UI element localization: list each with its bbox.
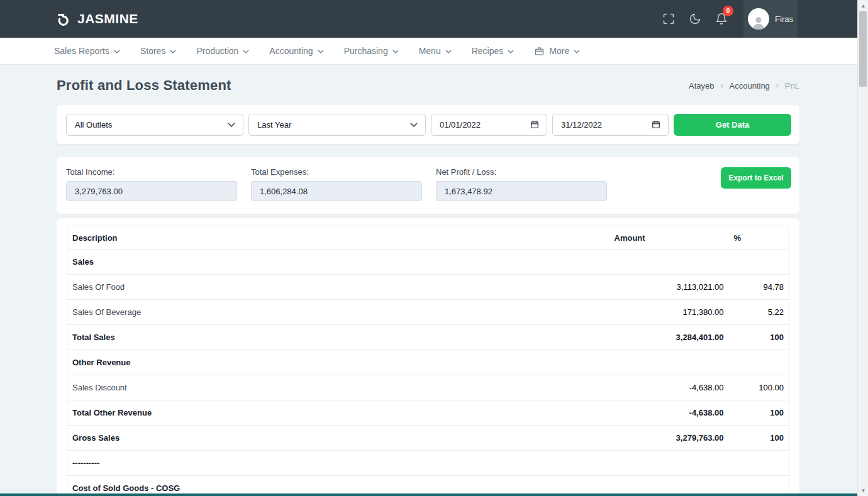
cell-amount: -4,638.00: [609, 400, 729, 426]
fullscreen-icon: [662, 13, 675, 25]
nav-menu-label: Accounting: [269, 46, 313, 56]
scrollbar-up-arrow[interactable]: ▲: [858, 1, 868, 10]
total-expenses-group: Total Expenses: 1,606,284.08: [251, 167, 422, 214]
cell-percent: [729, 250, 789, 275]
chevron-down-icon: [574, 50, 580, 53]
cell-percent: 5.22: [729, 300, 789, 325]
nav-menu-item[interactable]: Sales Reports: [54, 46, 120, 56]
table-row: Sales Discount -4,638.00 100.00: [67, 375, 789, 400]
total-income-label: Total Income:: [66, 167, 237, 177]
top-navbar: JASMINE 0 Firas: [0, 0, 857, 38]
date-to-input[interactable]: 31/12/2022: [552, 114, 669, 136]
pnl-table-card: Description Amount % Sales Sales Of Food…: [57, 218, 799, 496]
col-amount: Amount: [609, 226, 729, 250]
cell-percent: 94.78: [729, 275, 789, 300]
cell-description: Total Sales: [67, 325, 609, 350]
breadcrumb-separator-icon: ›: [721, 81, 723, 90]
date-from-value: 01/01/2022: [440, 120, 481, 130]
nav-menu-item[interactable]: Stores: [140, 46, 176, 56]
scrollbar-thumb[interactable]: [859, 11, 867, 87]
table-row: Other Revenue: [67, 350, 789, 375]
breadcrumb-item: PnL: [785, 81, 799, 91]
page-scrollbar: ▲ ▼: [857, 0, 868, 496]
cell-amount: [609, 350, 729, 375]
cell-amount: -4,638.00: [609, 375, 729, 400]
breadcrumb: Atayeb › Accounting › PnL: [689, 81, 799, 91]
person-icon: [750, 14, 767, 30]
cell-description: Sales: [67, 250, 609, 275]
cell-description: Gross Sales: [67, 426, 609, 451]
nav-menu-item[interactable]: Purchasing: [344, 46, 399, 56]
table-row: ----------: [67, 451, 789, 476]
dark-mode-button[interactable]: [682, 0, 708, 38]
cell-percent: [729, 451, 789, 476]
brand-logo[interactable]: JASMINE: [57, 11, 138, 26]
table-row: Sales Of Food 3,113,021.00 94.78: [67, 275, 789, 300]
outlet-selected-value: All Outlets: [75, 120, 112, 130]
moon-icon: [689, 13, 701, 25]
cell-description: Other Revenue: [67, 350, 609, 375]
period-select[interactable]: Last Year: [248, 114, 426, 136]
page-title: Profit and Loss Statement: [57, 77, 231, 94]
menu-items: Sales Reports Stores Production Accounti…: [54, 46, 514, 56]
nav-menu-item[interactable]: Production: [196, 46, 249, 56]
chevron-down-icon: [243, 50, 249, 53]
cell-amount: [609, 250, 729, 275]
nav-menu-label: Menu: [419, 46, 441, 56]
fullscreen-button[interactable]: [655, 0, 682, 38]
nav-menu-item[interactable]: Recipes: [472, 46, 515, 56]
breadcrumb-separator-icon: ›: [776, 81, 779, 90]
nav-menu-label: Stores: [140, 46, 165, 56]
pnl-table: Description Amount % Sales Sales Of Food…: [67, 226, 789, 496]
chevron-down-icon: [392, 50, 399, 53]
cell-percent: 100: [729, 325, 789, 350]
cell-percent: 100: [729, 426, 789, 451]
avatar: [748, 8, 769, 30]
brand-name: JASMINE: [77, 11, 138, 26]
nav-menu-item[interactable]: Accounting: [269, 46, 323, 56]
table-header-row: Description Amount %: [67, 226, 789, 250]
nav-menu-item[interactable]: Menu: [419, 46, 452, 56]
export-to-excel-button[interactable]: Export to Excel: [721, 167, 791, 189]
cell-description: ----------: [67, 451, 609, 476]
nav-menu-label: Recipes: [472, 46, 504, 56]
chevron-down-icon: [445, 50, 452, 53]
cell-percent: [729, 350, 789, 375]
user-menu[interactable]: Firas: [743, 0, 798, 38]
briefcase-icon: [534, 46, 545, 57]
date-from-input[interactable]: 01/01/2022: [431, 114, 547, 136]
notifications-button[interactable]: 0: [708, 0, 735, 38]
total-expenses-label: Total Expenses:: [251, 167, 422, 177]
page-content: Profit and Loss Statement Atayeb › Accou…: [0, 65, 857, 496]
filter-bar: All Outlets Last Year 01/01/2022 31/12/2…: [57, 105, 799, 144]
nav-menu-item-more[interactable]: More: [534, 46, 580, 57]
cell-amount: 3,284,401.00: [609, 325, 729, 350]
breadcrumb-item[interactable]: Atayeb: [689, 81, 714, 91]
nav-menu-label: More: [549, 46, 569, 56]
cell-description: Total Other Revenue: [67, 400, 609, 426]
table-row: Total Sales 3,284,401.00 100: [67, 325, 789, 350]
chevron-down-icon: [508, 50, 514, 53]
bottom-edge-strip: [0, 493, 857, 496]
cell-percent: 100.00: [729, 375, 789, 400]
chevron-down-icon: [170, 50, 176, 53]
cell-amount: 3,279,763.00: [609, 426, 729, 451]
table-row: Sales: [67, 250, 789, 275]
cell-description: Sales Discount: [67, 375, 609, 400]
scrollbar-down-arrow[interactable]: ▼: [858, 486, 868, 495]
chevron-down-icon: [114, 50, 120, 53]
total-income-group: Total Income: 3,279,763.00: [66, 167, 237, 214]
chevron-down-icon: [410, 123, 418, 127]
nav-menu-label: Sales Reports: [54, 46, 109, 56]
breadcrumb-item[interactable]: Accounting: [730, 81, 770, 91]
calendar-icon: [652, 120, 660, 129]
get-data-button[interactable]: Get Data: [674, 114, 791, 136]
topbar-actions: 0 Firas: [655, 0, 857, 38]
table-row: Sales Of Beverage 171,380.00 5.22: [67, 300, 789, 325]
cell-amount: 171,380.00: [609, 300, 729, 325]
outlet-select[interactable]: All Outlets: [66, 114, 243, 136]
total-expenses-value: 1,606,284.08: [251, 181, 422, 201]
nav-menu-label: Production: [196, 46, 238, 56]
summary-panel: Total Income: 3,279,763.00 Total Expense…: [57, 157, 799, 214]
main-menu: Sales Reports Stores Production Accounti…: [0, 38, 857, 65]
